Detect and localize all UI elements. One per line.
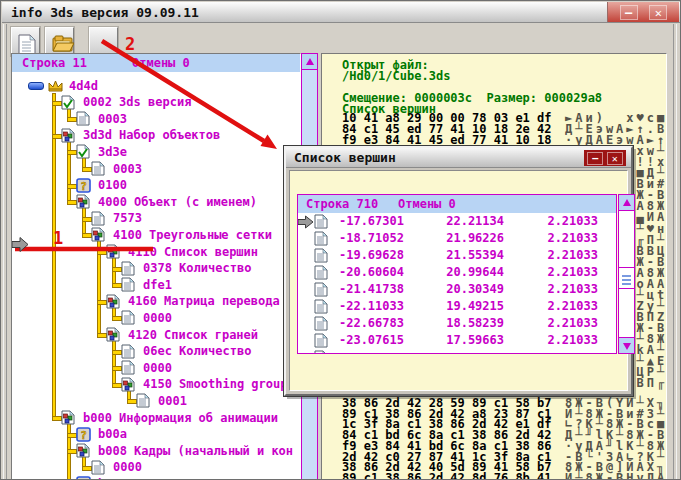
check-icon xyxy=(76,144,91,159)
vertex-y: 17.59663 xyxy=(410,333,504,347)
vertex-scroll-thumb[interactable] xyxy=(619,267,634,289)
tree-item-label: 4000 Объект (с именем) xyxy=(98,195,257,209)
tree-item-7573[interactable]: 7573 xyxy=(91,210,142,227)
tree-item-0003[interactable]: 0003 xyxy=(91,160,142,177)
open-file-button[interactable] xyxy=(45,27,74,56)
tree-item-b009[interactable]: ?b009 xyxy=(76,475,127,480)
tree-item-4160[interactable]: 4160 Матрица перевода xyxy=(106,293,280,310)
vertex-y: 18.58239 xyxy=(410,316,504,330)
vertex-row[interactable]: -17.6730122.211342.21033 xyxy=(298,213,616,230)
q-icon: ? xyxy=(76,178,91,193)
vertex-x: -22.11033 xyxy=(322,299,404,313)
tree-item-label: 0001 xyxy=(158,394,187,408)
minimize-button[interactable]: – xyxy=(620,5,638,20)
vertex-row[interactable]: -18.7105221.962262.21033 xyxy=(298,230,616,247)
tree-item-b00a[interactable]: ?b00a xyxy=(76,426,127,443)
tree-item-b008[interactable]: b008 Кадры (начальный и кон xyxy=(76,442,293,459)
vertex-z: 2.21033 xyxy=(510,265,598,279)
tree-item-3d3e[interactable]: 3d3e xyxy=(76,143,127,160)
vertex-z: 2.21033 xyxy=(510,214,598,228)
vertex-row-partial[interactable] xyxy=(298,349,616,354)
tree-item-label: 4120 Список граней xyxy=(128,328,258,342)
check-icon xyxy=(61,95,76,110)
doc-icon xyxy=(121,261,136,276)
close-button[interactable]: ✕ xyxy=(649,5,667,20)
obj-icon xyxy=(61,128,76,143)
vertex-row[interactable]: -20.6060420.996442.21033 xyxy=(298,264,616,281)
hex-bytes: 89 c1 38 86 2d 42 8d 76 8b 41 xyxy=(342,471,552,480)
tree-item-4000[interactable]: 4000 Объект (с именем) xyxy=(76,193,257,210)
new-file-button[interactable] xyxy=(11,27,40,56)
hex-bytes: f9 e3 84 41 45 ed 77 41 10 18 xyxy=(342,133,552,147)
svg-text:?: ? xyxy=(80,179,87,192)
obj-icon xyxy=(106,294,121,309)
tree-item-0002[interactable]: 0002 3ds версия xyxy=(61,94,191,111)
vertex-z: 2.21033 xyxy=(510,333,598,347)
tree-item-0003[interactable]: 0003 xyxy=(76,110,127,127)
tree-item-0000[interactable]: 0000 xyxy=(121,309,172,326)
vertex-y: 20.30349 xyxy=(410,282,504,296)
hex-row: 89 c1 38 86 2d 42 8d 76 8b 41Й┴8Ж-ВНvЛА xyxy=(342,473,552,480)
vertex-scroll-down-button[interactable] xyxy=(619,337,634,353)
vertex-row[interactable]: -23.0761517.596632.21033 xyxy=(298,332,616,349)
vertex-row[interactable]: -22.6678318.582392.21033 xyxy=(298,315,616,332)
vertex-line-counter: Строка 710 xyxy=(306,197,378,211)
doc-icon xyxy=(136,393,151,408)
doc-icon xyxy=(121,360,136,375)
tree-item-4100[interactable]: 4100 Треугольные сетки xyxy=(91,226,272,243)
tree-item-4150[interactable]: 4150 Smoothing group list xyxy=(121,376,301,393)
tree-item-0378[interactable]: 0378 Количество xyxy=(121,260,251,277)
vertex-y: 19.49215 xyxy=(410,299,504,313)
tree-item-06ec[interactable]: 06ec Количество xyxy=(121,343,251,360)
vertex-list-header: Строка 710 Отмены 0 xyxy=(298,195,616,213)
vertex-minimize-button[interactable]: – xyxy=(587,152,603,165)
tree-item-4d4d[interactable]: 4d4d xyxy=(28,77,98,94)
tree-item-label: 0000 xyxy=(143,311,172,325)
hex-row: f9 e3 84 41 45 ed 77 41 10 18·уДАEэwA►↑ xyxy=(342,135,552,146)
vertex-list-scrollbar[interactable] xyxy=(618,194,635,354)
vertex-row[interactable]: -22.1103319.492152.21033 xyxy=(298,298,616,315)
crown-icon xyxy=(47,78,62,93)
tree-item-dfe1[interactable]: dfe1 xyxy=(121,276,172,293)
tree-item-label: 0378 Количество xyxy=(143,261,251,275)
vertex-z: 2.21033 xyxy=(510,282,598,296)
blank-toolbar-button[interactable] xyxy=(89,27,118,56)
vertex-window-titlebar[interactable]: Список вершин – ✕ xyxy=(286,148,631,168)
doc-icon xyxy=(91,460,106,475)
tree-item-label: dfe1 xyxy=(143,278,172,292)
window-left-edge xyxy=(3,24,7,480)
tree-item-label: 4160 Матрица перевода xyxy=(128,294,280,308)
tree-item-label: 3d3e xyxy=(98,145,127,159)
tree-item-0100[interactable]: ?0100 xyxy=(76,177,127,194)
vertex-x: -20.60604 xyxy=(322,265,404,279)
vertex-y: 21.55394 xyxy=(410,248,504,262)
tree-item-3d3d[interactable]: 3d3d Набор объектов xyxy=(61,127,220,144)
tree-item-label: b000 Информация об анимации xyxy=(83,411,278,425)
tree-item-label: 0003 xyxy=(113,162,142,176)
doc-icon xyxy=(91,211,106,226)
vertex-close-button[interactable]: ✕ xyxy=(607,152,623,165)
tree-item-4120[interactable]: 4120 Список граней xyxy=(106,326,258,343)
collapse-icon[interactable] xyxy=(28,82,44,90)
tree-item-b000[interactable]: b000 Информация об анимации xyxy=(61,409,278,426)
tree-item-label: 4110 Список вершин xyxy=(128,245,258,259)
tree-item-label: 7573 xyxy=(113,211,142,225)
vertex-list-window: Список вершин – ✕ Строка 710 Отмены 0 -1… xyxy=(284,146,633,396)
obj-icon xyxy=(76,443,91,458)
arrow-up-icon xyxy=(306,58,314,65)
obj-icon xyxy=(91,227,106,242)
vertex-row[interactable]: -19.6962821.553942.21033 xyxy=(298,247,616,264)
arrow-up-icon xyxy=(623,199,631,206)
hex-ascii: Й┴8Ж-ВНvЛА xyxy=(565,473,667,480)
tree-scroll-up-button[interactable] xyxy=(302,54,317,70)
tree-item-4110[interactable]: 4110 Список вершин xyxy=(106,243,258,260)
vertex-scroll-up-button[interactable] xyxy=(619,195,634,211)
tree-item-0000[interactable]: 0000 xyxy=(91,459,142,476)
doc-icon xyxy=(121,344,136,359)
vertex-row[interactable]: -21.4173820.303492.21033 xyxy=(298,281,616,298)
main-titlebar[interactable]: info 3ds версия 09.09.11 – ✕ xyxy=(2,2,680,23)
tree-item-0001[interactable]: 0001 xyxy=(136,392,187,409)
current-row-marker-icon xyxy=(12,237,29,252)
tree-item-0000[interactable]: 0000 xyxy=(121,359,172,376)
tree-undo-counter: Отмены 0 xyxy=(132,56,190,70)
